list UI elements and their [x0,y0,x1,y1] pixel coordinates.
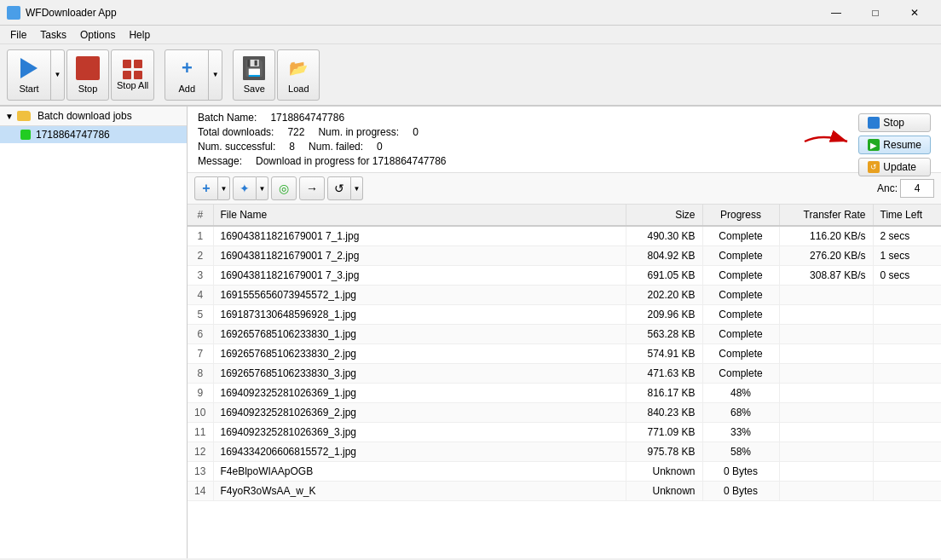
stop-all-icon [121,60,145,77]
tree-item-label: 1718864747786 [36,129,110,141]
cell-filename: 1692657685106233830_3.jpg [213,364,626,384]
cell-num: 1 [188,226,213,246]
cell-num: 7 [188,344,213,364]
sub-star-dropdown[interactable]: ▼ [257,176,268,200]
col-header-transfer: Transfer Rate [779,205,873,226]
add-dropdown[interactable]: ▼ [208,50,222,100]
cell-transfer [779,442,873,462]
stop-action-button[interactable]: Stop [858,113,931,132]
cell-time [873,482,941,501]
sub-star-button[interactable]: ✦ [233,176,257,200]
cell-filename: 169043811821679001 7_2.jpg [213,246,626,266]
cell-progress: 48% [702,384,779,403]
resume-icon: ▶ [868,139,880,151]
resume-button[interactable]: ▶ Resume [858,136,931,154]
toolbar: Start ▼ Stop Stop All Add ▼ [0,44,941,106]
menubar: File Tasks Options Help [0,26,941,44]
cell-filename: F4eBlpoWIAApOGB [213,462,626,482]
close-button[interactable]: ✕ [895,0,934,26]
table-row: 4 1691555656073945572_1.jpg 202.20 KB Co… [188,286,941,305]
cell-progress: 58% [702,442,779,462]
stop-button[interactable]: Stop [66,49,109,101]
cell-time [873,286,941,305]
cell-num: 8 [188,364,213,384]
sub-refresh-dropdown[interactable]: ▼ [351,176,363,200]
update-button[interactable]: ↺ Update [858,158,931,176]
cell-time [873,423,941,442]
save-button[interactable]: Save [233,49,275,101]
cell-size: 471.63 KB [626,364,702,384]
add-button-group: Add ▼ [165,49,222,101]
start-icon [17,56,41,80]
cell-progress: Complete [702,226,779,246]
cell-num: 13 [188,462,213,482]
cell-transfer [779,344,873,364]
stop-all-button[interactable]: Stop All [111,49,154,101]
start-dropdown[interactable]: ▼ [50,50,64,100]
cell-progress: Complete [702,305,779,325]
cell-size: 691.05 KB [626,266,702,286]
load-button[interactable]: Load [277,49,320,101]
stop-action-label: Stop [883,117,904,129]
cell-size: 840.23 KB [626,403,702,423]
cell-transfer [779,482,873,501]
cell-transfer [779,325,873,344]
app-title: WFDownloader App [26,7,817,19]
tree-chevron-icon: ▼ [5,112,14,121]
add-button[interactable]: Add [165,50,208,100]
cell-filename: 1694092325281026369_3.jpg [213,423,626,442]
start-button[interactable]: Start [8,50,50,100]
cell-filename: 1694334206606815572_1.jpg [213,442,626,462]
cell-filename: 1694092325281026369_1.jpg [213,384,626,403]
sub-add-dropdown[interactable]: ▼ [218,176,230,200]
num-failed-label: Num. failed: [309,141,363,153]
cell-size: Unknown [626,482,702,501]
sub-add-button[interactable]: + [194,176,218,200]
num-in-progress-label: Num. in progress: [318,126,399,138]
sub-circle-button[interactable]: ◎ [271,176,297,200]
cell-transfer [779,403,873,423]
cell-transfer: 308.87 KB/s [779,266,873,286]
sub-arrow-button[interactable]: → [299,176,325,200]
update-label: Update [883,161,916,173]
menu-help[interactable]: Help [122,27,157,43]
minimize-button[interactable]: — [817,0,856,26]
cell-progress: 33% [702,423,779,442]
col-header-progress: Progress [702,205,779,226]
menu-file[interactable]: File [3,27,33,43]
maximize-button[interactable]: □ [856,0,895,26]
cell-transfer [779,305,873,325]
cell-progress: 68% [702,403,779,423]
left-panel: ▼ Batch download jobs 1718864747786 [0,107,188,558]
cell-time [873,403,941,423]
main-layout: ▼ Batch download jobs 1718864747786 Batc… [0,106,941,558]
col-header-num: # [188,205,213,226]
cell-progress: Complete [702,246,779,266]
sub-toolbar: + ▼ ✦ ▼ ◎ → ↺ ▼ Anc: [188,173,941,205]
cell-filename: 1692657685106233830_1.jpg [213,325,626,344]
total-downloads-label: Total downloads: [198,126,274,138]
cell-time [873,305,941,325]
menu-options[interactable]: Options [73,27,122,43]
cell-filename: 1692657685106233830_2.jpg [213,344,626,364]
cell-transfer [779,384,873,403]
cell-filename: 169043811821679001 7_3.jpg [213,266,626,286]
status-dot-icon [20,130,31,140]
cell-time: 1 secs [873,246,941,266]
menu-tasks[interactable]: Tasks [33,27,73,43]
tree-item-batch[interactable]: 1718864747786 [0,126,187,143]
message-label: Message: [198,155,242,167]
cell-time [873,364,941,384]
tree-header: ▼ Batch download jobs [0,107,187,126]
sub-btn-refresh-group: ↺ ▼ [327,176,363,200]
action-buttons: Stop ▶ Resume ↺ Update [858,113,931,176]
sub-refresh-button[interactable]: ↺ [327,176,351,200]
app-icon [7,6,20,20]
table-row: 11 1694092325281026369_3.jpg 771.09 KB 3… [188,423,941,442]
table-row: 2 169043811821679001 7_2.jpg 804.92 KB C… [188,246,941,266]
tree-header-label: Batch download jobs [38,110,132,122]
cell-filename: 169043811821679001 7_1.jpg [213,226,626,246]
cell-size: Unknown [626,462,702,482]
table-row: 13 F4eBlpoWIAApOGB Unknown 0 Bytes [188,462,941,482]
anc-input[interactable] [900,179,934,198]
